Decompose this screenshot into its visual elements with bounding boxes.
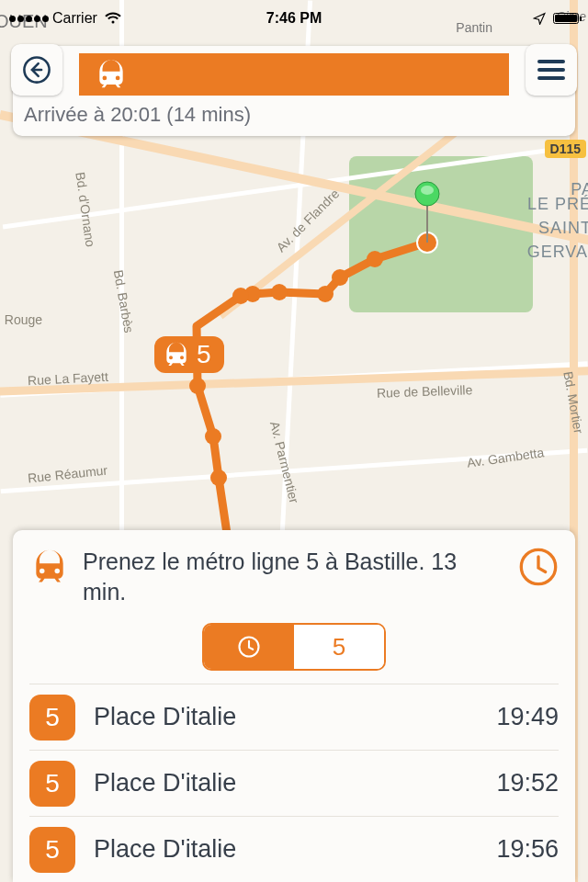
departure-time: 19:49 xyxy=(496,703,559,731)
segment-line[interactable]: 5 xyxy=(294,625,384,669)
svg-point-9 xyxy=(210,469,227,486)
route-line-number: 5 xyxy=(197,340,211,369)
hamburger-icon xyxy=(537,59,565,81)
status-bar: Carrier 7:46 PM xyxy=(0,0,588,37)
departure-time: 19:52 xyxy=(496,769,559,797)
signal-strength-icon xyxy=(9,16,49,22)
svg-point-6 xyxy=(232,288,249,304)
svg-point-1 xyxy=(367,251,383,267)
departure-destination: Place D'italie xyxy=(94,703,478,731)
back-button[interactable] xyxy=(11,44,62,96)
line-badge: 5 xyxy=(29,827,75,873)
departure-time: 19:56 xyxy=(496,835,559,864)
status-time: 7:46 PM xyxy=(266,10,322,27)
departure-row[interactable]: 5 Place D'italie 19:49 xyxy=(29,684,559,750)
departure-destination: Place D'italie xyxy=(94,835,478,864)
svg-point-8 xyxy=(205,428,221,445)
back-arrow-icon xyxy=(21,54,52,85)
departure-row[interactable]: 5 Place D'italie 19:52 xyxy=(29,750,559,816)
battery-icon xyxy=(553,13,579,24)
svg-point-3 xyxy=(317,286,334,302)
metro-icon xyxy=(29,547,70,587)
departure-row[interactable]: 5 Place D'italie 19:56 xyxy=(29,816,559,882)
svg-point-2 xyxy=(332,269,348,286)
location-indicator-icon xyxy=(533,12,546,25)
clock-icon xyxy=(236,634,262,660)
route-line-badge: 5 xyxy=(154,336,224,373)
segment-time[interactable] xyxy=(204,625,294,669)
metro-icon xyxy=(162,340,191,369)
svg-rect-14 xyxy=(537,60,565,63)
arrival-text: Arrivée à 20:01 (14 mins) xyxy=(20,103,568,129)
carrier-label: Carrier xyxy=(52,10,97,27)
trip-progress-bar[interactable] xyxy=(79,53,509,96)
segmented-control: 5 xyxy=(202,623,386,671)
destination-pin xyxy=(413,180,441,244)
svg-rect-16 xyxy=(537,76,565,80)
menu-button[interactable] xyxy=(526,44,577,96)
departures-sheet[interactable]: Prenez le métro ligne 5 à Bastille. 13 m… xyxy=(13,530,575,882)
svg-point-4 xyxy=(271,284,288,300)
svg-point-12 xyxy=(421,186,434,195)
clock-icon[interactable] xyxy=(518,547,559,587)
metro-icon xyxy=(94,57,129,92)
trip-summary-card: Arrivée à 20:01 (14 mins) xyxy=(13,46,575,136)
wifi-icon xyxy=(105,12,121,25)
departure-destination: Place D'italie xyxy=(94,769,478,797)
line-badge: 5 xyxy=(29,695,75,741)
instruction-text: Prenez le métro ligne 5 à Bastille. 13 m… xyxy=(83,547,505,606)
departures-list: 5 Place D'italie 19:49 5 Place D'italie … xyxy=(29,684,559,882)
svg-rect-15 xyxy=(537,68,565,72)
svg-point-7 xyxy=(189,378,206,394)
line-badge: 5 xyxy=(29,761,75,807)
